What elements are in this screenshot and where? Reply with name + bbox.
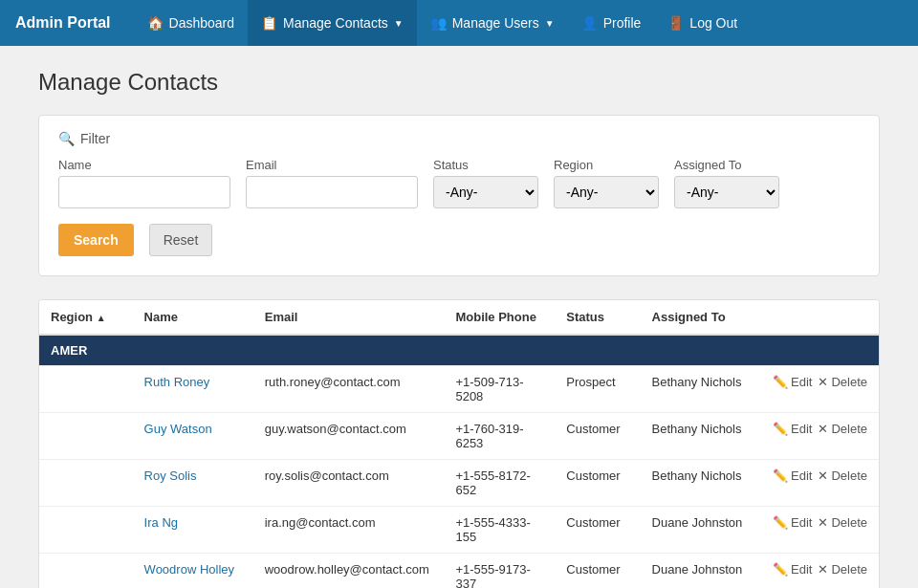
sort-icon: ▲ (97, 313, 106, 323)
cell-assigned: Bethany Nichols (641, 460, 761, 507)
filter-card: 🔍 Filter Name Email Status -Any- Region (38, 115, 880, 276)
cell-status: Customer (555, 554, 640, 589)
chevron-down-icon-users: ▼ (545, 18, 555, 29)
filter-status-label: Status (433, 158, 538, 172)
table-row: Roy Solisroy.solis@contact.com+1-555-817… (39, 460, 879, 507)
cell-email: ira.ng@contact.com (253, 507, 445, 554)
contact-name-link[interactable]: Ira Ng (144, 515, 178, 530)
filter-region-select[interactable]: -Any- (554, 176, 659, 208)
filter-status-select[interactable]: -Any- (433, 176, 538, 208)
contact-name-link[interactable]: Roy Solis (144, 468, 197, 483)
delete-button[interactable]: ✕ Delete (818, 515, 867, 530)
cell-status: Customer (555, 413, 640, 460)
filter-name-label: Name (58, 158, 230, 172)
nav-manage-contacts-label: Manage Contacts (283, 15, 388, 31)
nav-manage-users[interactable]: 👥 Manage Users ▼ (417, 0, 568, 46)
delete-button[interactable]: ✕ Delete (818, 375, 867, 389)
reset-button[interactable]: Reset (149, 224, 213, 256)
pencil-icon: ✏️ (773, 422, 788, 436)
nav-logout-label: Log Out (689, 15, 737, 31)
cell-name: Woodrow Holley (133, 554, 253, 589)
page-title: Manage Contacts (38, 69, 880, 96)
times-icon: ✕ (818, 562, 828, 577)
edit-button[interactable]: ✏️ Edit (773, 468, 812, 483)
filter-region-label: Region (554, 158, 659, 172)
th-region: Region ▲ (39, 300, 133, 335)
table-row: Ira Ngira.ng@contact.com+1-555-4333-155C… (39, 507, 879, 554)
filter-label: Filter (80, 131, 110, 146)
th-status: Status (555, 300, 640, 335)
chevron-down-icon: ▼ (394, 18, 404, 29)
delete-button[interactable]: ✕ Delete (818, 562, 867, 577)
cell-status: Prospect (555, 366, 640, 413)
cell-email: ruth.roney@contact.com (253, 366, 445, 413)
cell-status: Customer (555, 460, 640, 507)
cell-region (39, 507, 133, 554)
filter-row: Name Email Status -Any- Region -Any- A (58, 158, 860, 256)
filter-header: 🔍 Filter (58, 131, 860, 146)
filter-email-label: Email (246, 158, 418, 172)
cell-assigned: Duane Johnston (641, 554, 761, 589)
users-icon: 👥 (430, 15, 447, 31)
th-name: Name (133, 300, 253, 335)
nav-profile-label: Profile (603, 15, 642, 31)
nav-dashboard[interactable]: 🏠 Dashboard (134, 0, 249, 46)
cell-status: Customer (555, 507, 640, 554)
cell-actions: ✏️ Edit✕ Delete (761, 554, 879, 589)
cell-region (39, 366, 133, 413)
contact-name-link[interactable]: Ruth Roney (144, 375, 210, 389)
pencil-icon: ✏️ (773, 468, 788, 483)
cell-actions: ✏️ Edit✕ Delete (761, 366, 879, 413)
filter-email-input[interactable] (246, 176, 418, 208)
cell-assigned: Duane Johnston (641, 507, 761, 554)
nav-dashboard-label: Dashboard (169, 15, 235, 31)
pencil-icon: ✏️ (773, 562, 788, 577)
nav-profile[interactable]: 👤 Profile (568, 0, 655, 46)
delete-button[interactable]: ✕ Delete (818, 468, 867, 483)
edit-button[interactable]: ✏️ Edit (773, 562, 812, 577)
profile-icon: 👤 (581, 15, 598, 31)
cell-region (39, 460, 133, 507)
th-email: Email (253, 300, 445, 335)
search-button[interactable]: Search (58, 224, 134, 256)
edit-button[interactable]: ✏️ Edit (773, 515, 812, 530)
edit-button[interactable]: ✏️ Edit (773, 375, 812, 389)
navbar: Admin Portal 🏠 Dashboard 📋 Manage Contac… (0, 0, 918, 46)
nav-items: 🏠 Dashboard 📋 Manage Contacts ▼ 👥 Manage… (134, 0, 903, 46)
nav-logout[interactable]: 🚪 Log Out (654, 0, 751, 46)
th-actions (761, 300, 879, 335)
cell-phone: +1-555-4333-155 (444, 507, 555, 554)
filter-name-input[interactable] (58, 176, 230, 208)
filter-status-group: Status -Any- (433, 158, 538, 208)
cell-region (39, 413, 133, 460)
contact-name-link[interactable]: Woodrow Holley (144, 562, 234, 577)
filter-assigned-select[interactable]: -Any- (674, 176, 779, 208)
nav-manage-contacts[interactable]: 📋 Manage Contacts ▼ (248, 0, 417, 46)
times-icon: ✕ (818, 375, 828, 389)
cell-phone: +1-555-8172-652 (444, 460, 555, 507)
brand: Admin Portal (15, 14, 111, 32)
cell-region (39, 554, 133, 589)
cell-actions: ✏️ Edit✕ Delete (761, 413, 879, 460)
filter-region-group: Region -Any- (554, 158, 659, 208)
th-assigned: Assigned To (641, 300, 761, 335)
page-content: Manage Contacts 🔍 Filter Name Email Stat… (0, 46, 918, 588)
cell-name: Roy Solis (133, 460, 253, 507)
cell-actions: ✏️ Edit✕ Delete (761, 507, 879, 554)
pencil-icon: ✏️ (773, 375, 788, 389)
th-phone: Mobile Phone (444, 300, 555, 335)
cell-name: Ira Ng (133, 507, 253, 554)
cell-name: Ruth Roney (133, 366, 253, 413)
cell-name: Guy Watson (133, 413, 253, 460)
times-icon: ✕ (818, 515, 828, 530)
contacts-icon: 📋 (261, 15, 277, 31)
filter-name-group: Name (58, 158, 230, 208)
delete-button[interactable]: ✕ Delete (818, 422, 867, 436)
table-body: AMERRuth Roneyruth.roney@contact.com+1-5… (39, 335, 879, 588)
table-row: Guy Watsonguy.watson@contact.com+1-760-3… (39, 413, 879, 460)
cell-email: roy.solis@contact.com (253, 460, 445, 507)
contacts-table: Region ▲ Name Email Mobile Phone Status … (39, 300, 879, 588)
edit-button[interactable]: ✏️ Edit (773, 422, 812, 436)
logout-icon: 🚪 (667, 15, 684, 31)
contact-name-link[interactable]: Guy Watson (144, 422, 212, 436)
